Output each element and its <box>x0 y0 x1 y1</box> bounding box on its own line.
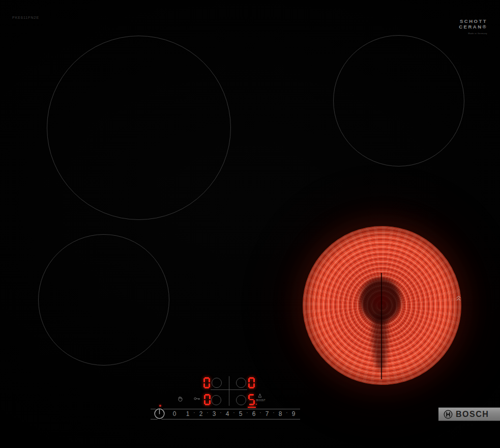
heating-element-shadow <box>303 226 461 385</box>
slider-level-3[interactable]: 3 <box>213 410 216 417</box>
burner-front-left <box>38 234 169 366</box>
slider-level-8[interactable]: 8 <box>279 410 282 417</box>
boost-icon[interactable] <box>257 393 262 398</box>
slider-level-4[interactable]: 4 <box>226 410 229 417</box>
boost-key-label[interactable]: BOOST <box>254 399 268 402</box>
burner-front-right-active <box>303 226 461 385</box>
slider-dot: · <box>193 410 195 415</box>
slider-level-2[interactable]: 2 <box>199 410 203 417</box>
display-rear-right <box>248 377 255 388</box>
zone-marker-icon <box>456 295 461 301</box>
key-lock-icon[interactable] <box>194 397 200 401</box>
selected-zone-underline <box>248 407 256 408</box>
zone-select-rear-left[interactable] <box>212 378 222 388</box>
slider-dot: · <box>246 410 248 415</box>
slider-dot: · <box>207 410 208 415</box>
display-rear-left <box>203 377 210 388</box>
slider-dot: · <box>286 410 287 415</box>
slider-level-9[interactable]: 9 <box>292 410 296 417</box>
model-number: PKE611FN2E <box>12 16 39 19</box>
slider-dot: · <box>220 410 221 415</box>
zone-select-front-right[interactable] <box>236 395 246 405</box>
bosch-wordmark: BOSCH <box>456 410 489 419</box>
cooktop-surface: PKE611FN2E SCHOTT CERAN® Made in Germany <box>0 0 500 448</box>
burner-rear-right <box>333 35 464 166</box>
power-button[interactable] <box>154 408 165 419</box>
zone-select-front-left[interactable] <box>211 395 221 405</box>
bosch-badge: BOSCH <box>438 407 500 421</box>
schott-ceran-logo: SCHOTT CERAN® Made in Germany <box>459 18 487 36</box>
slider-level-0[interactable]: 0 <box>173 410 177 417</box>
slider-track-bottom <box>151 419 300 419</box>
slider-track-top <box>151 409 300 409</box>
slider-level-6[interactable]: 6 <box>252 410 256 417</box>
slider-level-1[interactable]: 1 <box>186 410 190 417</box>
display-front-left <box>204 394 211 405</box>
slider-dot: · <box>233 410 234 415</box>
slider-level-5[interactable]: 5 <box>239 410 243 417</box>
zone-layout-cross-horizontal <box>211 389 247 390</box>
slider-level-7[interactable]: 7 <box>266 410 269 417</box>
power-indicator-dot <box>159 405 161 407</box>
bosch-anchor-icon <box>444 410 453 419</box>
slider-dot: · <box>273 410 274 415</box>
schott-logo-line1: SCHOTT <box>459 18 487 24</box>
zone-layout-cross-vertical <box>229 376 229 406</box>
schott-logo-made-in: Made in Germany <box>459 31 487 36</box>
schott-logo-line2: CERAN® <box>459 24 487 30</box>
burner-rear-left <box>47 36 231 220</box>
slider-dot: · <box>259 410 261 415</box>
display-decimal-dot <box>256 404 257 405</box>
zone-select-rear-right[interactable] <box>236 378 246 388</box>
pause-hand-icon[interactable] <box>178 396 183 402</box>
